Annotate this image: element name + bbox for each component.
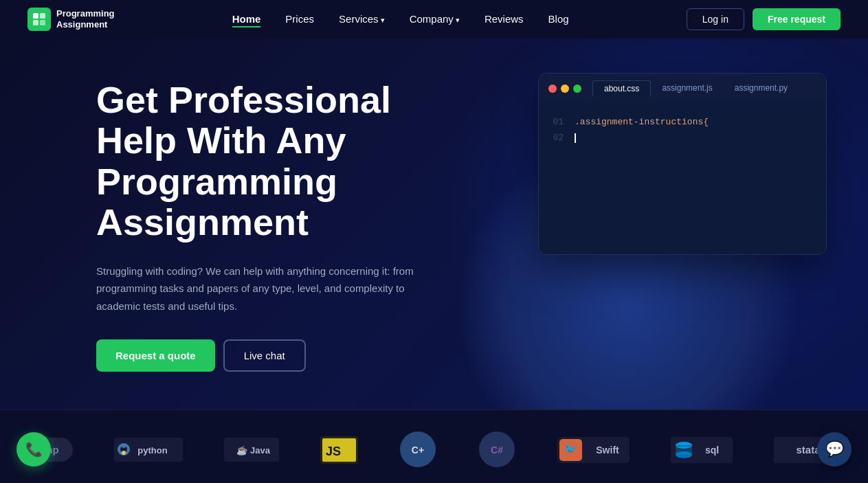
dot-green <box>573 85 581 93</box>
svg-text:C+: C+ <box>411 445 423 456</box>
request-quote-button[interactable]: Request a quote <box>96 339 215 372</box>
dot-red <box>548 85 557 93</box>
lang-logo-js: JS <box>320 436 358 464</box>
editor-tab-py[interactable]: assignment.py <box>724 80 799 96</box>
logos-bar: php python ☕ Java JS C+ <box>0 409 868 483</box>
logo[interactable]: Programming Assignment <box>27 8 115 31</box>
hero-subtitle: Struggling with coding? We can help with… <box>96 262 426 315</box>
nav-link-prices[interactable]: Prices <box>285 13 314 25</box>
nav-links: Home Prices Services Company Reviews Blo… <box>232 13 569 25</box>
hero-buttons: Request a quote Live chat <box>96 339 481 372</box>
svg-text:Java: Java <box>250 445 271 456</box>
svg-text:sql: sql <box>704 445 718 456</box>
floating-chat-button[interactable]: 💬 <box>817 432 852 467</box>
lang-logo-sql: sql <box>671 437 733 463</box>
js-icon: JS <box>320 436 358 464</box>
cpp-icon: C+ <box>399 431 437 469</box>
navbar: Programming Assignment Home Prices Servi… <box>0 0 868 38</box>
svg-rect-1 <box>40 13 45 19</box>
code-content-2 <box>575 130 576 146</box>
nav-link-services[interactable]: Services <box>339 13 385 25</box>
line-number-2: 02 <box>553 130 564 146</box>
svg-text:☕: ☕ <box>236 445 248 456</box>
window-dots <box>548 85 581 93</box>
svg-text:🐦: 🐦 <box>564 442 577 456</box>
svg-text:python: python <box>137 445 167 456</box>
svg-text:C#: C# <box>491 445 503 456</box>
logo-text-line1: Programming <box>56 8 115 19</box>
nav-link-blog[interactable]: Blog <box>548 13 569 25</box>
line-number-1: 01 <box>553 114 564 130</box>
lang-logo-python: python <box>114 438 183 462</box>
logo-text-line2: Assignment <box>56 19 115 30</box>
free-request-button[interactable]: Free request <box>753 8 841 30</box>
lang-logo-java: ☕ Java <box>224 438 279 462</box>
editor-tab-js[interactable]: assignment.js <box>651 80 723 96</box>
code-content-1: .assignment-instructions{ <box>575 114 709 130</box>
sql-icon: sql <box>671 437 733 463</box>
svg-point-9 <box>122 444 126 448</box>
login-button[interactable]: Log in <box>687 8 744 30</box>
nav-link-reviews[interactable]: Reviews <box>485 13 524 25</box>
svg-text:Swift: Swift <box>596 445 619 456</box>
svg-rect-2 <box>33 20 38 25</box>
svg-point-10 <box>122 451 126 455</box>
logo-icon <box>27 8 51 31</box>
floating-phone-button[interactable]: 📞 <box>16 432 51 467</box>
lang-logo-cpp: C+ <box>399 431 437 469</box>
editor-titlebar: about.css assignment.js assignment.py <box>539 74 826 103</box>
hero-section: Get Professional Help With Any Programmi… <box>0 38 868 409</box>
live-chat-button[interactable]: Live chat <box>223 339 306 372</box>
svg-rect-3 <box>40 20 45 25</box>
svg-rect-0 <box>33 13 38 19</box>
swift-icon: 🐦 Swift <box>557 437 630 463</box>
svg-rect-29 <box>676 445 692 455</box>
code-line-2: 02 <box>553 130 812 146</box>
svg-rect-30 <box>676 445 692 447</box>
csharp-icon: C# <box>478 431 516 469</box>
java-icon: ☕ Java <box>224 438 279 462</box>
editor-tab-css[interactable]: about.css <box>592 80 651 96</box>
code-editor: about.css assignment.js assignment.py 01… <box>538 73 827 255</box>
nav-link-company[interactable]: Company <box>410 13 460 25</box>
code-line-1: 01 .assignment-instructions{ <box>553 114 812 130</box>
phone-icon: 📞 <box>25 441 43 458</box>
cursor <box>575 133 576 143</box>
chat-icon: 💬 <box>825 440 844 458</box>
editor-body: 01 .assignment-instructions{ 02 <box>539 103 826 254</box>
lang-logo-csharp: C# <box>478 431 516 469</box>
lang-logo-swift: 🐦 Swift <box>557 437 630 463</box>
nav-actions: Log in Free request <box>687 8 841 30</box>
svg-text:JS: JS <box>326 445 341 458</box>
hero-content: Get Professional Help With Any Programmi… <box>96 80 481 372</box>
dot-yellow <box>561 85 569 93</box>
editor-tabs: about.css assignment.js assignment.py <box>592 80 799 96</box>
python-icon: python <box>114 438 183 462</box>
hero-title: Get Professional Help With Any Programmi… <box>96 80 481 243</box>
nav-link-home[interactable]: Home <box>232 13 261 27</box>
